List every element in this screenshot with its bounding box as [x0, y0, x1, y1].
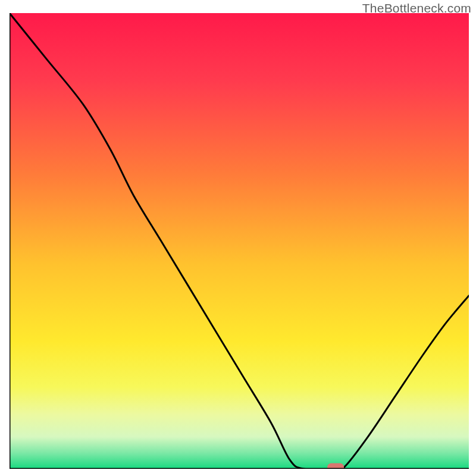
plot-frame — [10, 13, 469, 469]
watermark-text: TheBottleneck.com — [362, 1, 471, 15]
chart-container: TheBottleneck.com — [0, 0, 476, 476]
gradient-background — [10, 13, 469, 469]
chart-svg — [10, 13, 469, 469]
